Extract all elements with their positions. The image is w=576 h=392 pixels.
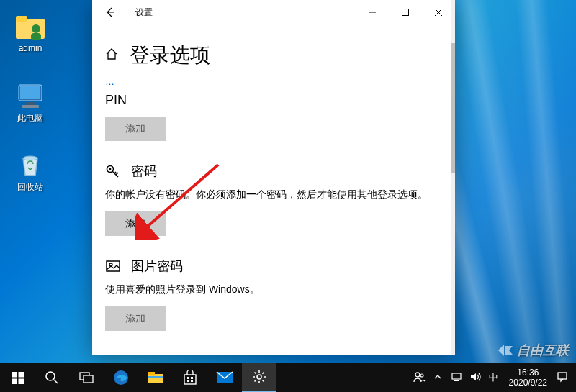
svg-point-37 bbox=[415, 373, 420, 377]
taskbar-file-explorer[interactable] bbox=[138, 363, 173, 392]
task-view-button[interactable] bbox=[69, 363, 104, 392]
picture-password-label: 图片密码 bbox=[131, 257, 183, 275]
add-password-button[interactable]: 添加 bbox=[105, 211, 166, 236]
svg-rect-19 bbox=[18, 372, 24, 378]
desktop-icon-recycle-bin[interactable]: 回收站 bbox=[3, 151, 58, 193]
titlebar: 设置 bbox=[92, 0, 455, 24]
taskbar-store[interactable] bbox=[173, 363, 207, 392]
svg-line-23 bbox=[54, 380, 58, 383]
tray-ime[interactable]: 中 bbox=[485, 371, 503, 384]
taskbar: 中 16:36 2020/9/22 bbox=[0, 363, 576, 392]
svg-rect-34 bbox=[191, 380, 193, 382]
minimize-button[interactable] bbox=[356, 0, 389, 24]
svg-rect-5 bbox=[20, 86, 40, 99]
add-pin-button[interactable]: 添加 bbox=[105, 117, 166, 141]
password-description: 你的帐户没有密码。你必须添加一个密码，然后才能使用其他登录选项。 bbox=[105, 188, 442, 201]
svg-rect-29 bbox=[148, 376, 163, 378]
svg-rect-39 bbox=[452, 373, 461, 379]
svg-rect-41 bbox=[558, 373, 567, 379]
tray-clock[interactable]: 16:36 2020/9/22 bbox=[503, 368, 553, 388]
svg-rect-33 bbox=[187, 380, 189, 382]
scrollbar-thumb[interactable] bbox=[451, 43, 455, 173]
svg-point-2 bbox=[32, 24, 40, 33]
window-title: 设置 bbox=[135, 6, 153, 19]
search-button[interactable] bbox=[35, 363, 69, 392]
desktop-icon-label: 此电脑 bbox=[3, 112, 58, 124]
svg-rect-30 bbox=[184, 375, 196, 384]
page-title: 登录选项 bbox=[130, 42, 210, 69]
page-header: 登录选项 bbox=[92, 24, 455, 75]
section-title-pin: PIN bbox=[105, 93, 442, 108]
settings-window: 设置 登录选项 … PIN 添加 密码 你的帐户没有密码。你必须添加一个密码，然… bbox=[92, 0, 455, 355]
svg-rect-40 bbox=[454, 380, 459, 381]
svg-rect-28 bbox=[148, 372, 155, 375]
section-title-picture-password: 图片密码 bbox=[105, 257, 442, 275]
svg-point-14 bbox=[109, 168, 112, 170]
svg-rect-1 bbox=[16, 16, 27, 22]
svg-rect-3 bbox=[31, 33, 41, 40]
svg-point-22 bbox=[46, 372, 55, 380]
picture-icon bbox=[105, 258, 121, 274]
svg-point-8 bbox=[23, 156, 37, 160]
password-label: 密码 bbox=[131, 163, 157, 180]
tray-network-icon[interactable] bbox=[447, 371, 466, 385]
user-folder-icon bbox=[13, 13, 48, 42]
svg-rect-31 bbox=[187, 377, 189, 379]
start-button[interactable] bbox=[0, 363, 35, 392]
maximize-button[interactable] bbox=[389, 0, 422, 24]
pin-label: PIN bbox=[105, 93, 127, 108]
picture-password-description: 使用喜爱的照片登录到 Windows。 bbox=[105, 283, 442, 296]
home-icon[interactable] bbox=[105, 47, 118, 63]
desktop-icon-this-pc[interactable]: 此电脑 bbox=[3, 82, 58, 124]
desktop-icon-admin[interactable]: admin bbox=[3, 13, 58, 53]
show-desktop-button[interactable] bbox=[572, 363, 576, 392]
svg-point-36 bbox=[257, 375, 261, 379]
tray-volume-icon[interactable] bbox=[466, 371, 485, 385]
svg-rect-25 bbox=[84, 375, 93, 383]
tray-date: 2020/9/22 bbox=[509, 378, 547, 388]
svg-rect-7 bbox=[22, 105, 39, 108]
svg-rect-10 bbox=[402, 9, 409, 16]
recycle-bin-icon bbox=[13, 151, 48, 180]
svg-rect-6 bbox=[26, 102, 35, 105]
taskbar-edge[interactable] bbox=[104, 363, 138, 392]
tray-action-center[interactable] bbox=[553, 371, 572, 385]
computer-icon bbox=[13, 82, 48, 111]
taskbar-mail[interactable] bbox=[207, 363, 242, 392]
truncated-link[interactable]: … bbox=[105, 76, 442, 87]
system-tray: 中 16:36 2020/9/22 bbox=[410, 363, 576, 392]
content-area: … PIN 添加 密码 你的帐户没有密码。你必须添加一个密码，然后才能使用其他登… bbox=[92, 75, 455, 355]
svg-point-38 bbox=[420, 374, 423, 377]
svg-rect-32 bbox=[191, 377, 193, 379]
watermark: 自由互联 bbox=[497, 342, 569, 359]
taskbar-settings[interactable] bbox=[242, 363, 276, 392]
scrollbar[interactable] bbox=[451, 0, 455, 355]
svg-rect-18 bbox=[12, 372, 17, 378]
key-icon bbox=[105, 163, 121, 179]
add-picture-password-button[interactable]: 添加 bbox=[105, 306, 166, 331]
svg-rect-20 bbox=[12, 378, 17, 384]
back-button[interactable] bbox=[99, 1, 121, 23]
svg-rect-21 bbox=[18, 378, 24, 384]
tray-time: 16:36 bbox=[509, 368, 547, 378]
desktop-icon-label: 回收站 bbox=[3, 181, 58, 193]
section-title-password: 密码 bbox=[105, 163, 442, 180]
desktop-icon-label: admin bbox=[3, 43, 58, 53]
tray-people[interactable] bbox=[410, 370, 428, 386]
tray-overflow[interactable] bbox=[428, 372, 447, 383]
